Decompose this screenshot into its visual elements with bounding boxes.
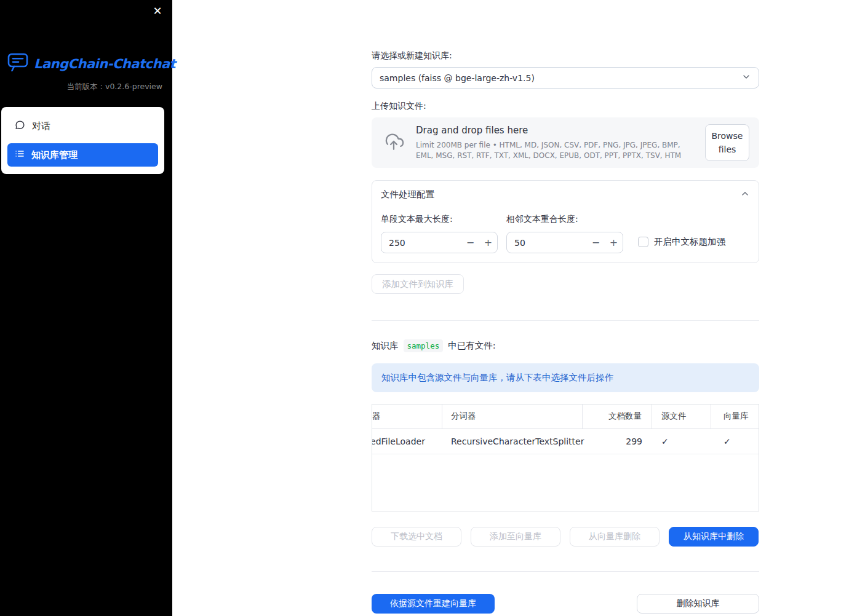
existing-files-heading: 知识库 samples 中已有文件:: [372, 339, 759, 352]
checkbox-icon[interactable]: [638, 237, 648, 247]
overlap-size-decrement-button[interactable]: −: [587, 232, 605, 253]
cloud-upload-icon: [381, 131, 406, 154]
column-header-loader[interactable]: 文档加载器: [372, 405, 442, 428]
add-to-vector-store-button[interactable]: 添加至向量库: [471, 527, 560, 547]
cell-splitter: RecursiveCharacterTextSplitter: [442, 429, 583, 454]
kb-actions-row: 依据源文件重建向量库 删除知识库: [372, 594, 759, 614]
chevron-up-icon: [740, 189, 750, 200]
file-actions-row: 下载选中文档 添加至向量库 从向量库删除 从知识库中删除: [372, 527, 759, 547]
check-icon: ✓: [723, 436, 731, 446]
rebuild-vector-store-button[interactable]: 依据源文件重建向量库: [372, 594, 495, 614]
overlap-size-input[interactable]: 50 − +: [506, 232, 623, 253]
sidebar-item-dialogue[interactable]: 对话: [7, 114, 158, 138]
files-table-header: 文档加载器 分词器 文档数量 源文件 向量库: [372, 405, 759, 429]
column-header-source-file[interactable]: 源文件: [652, 405, 711, 428]
expander-body: 单段文本最大长度: 250 − + 相邻文本重合长度: 50 − +: [372, 204, 759, 263]
overlap-size-label: 相邻文本重合长度:: [506, 214, 623, 225]
content-column: 请选择或新建知识库: samples (faiss @ bge-large-zh…: [372, 0, 759, 614]
add-files-to-kb-button[interactable]: 添加文件到知识库: [372, 274, 464, 294]
files-line-prefix: 知识库: [372, 340, 399, 352]
delete-from-vector-store-button[interactable]: 从向量库删除: [570, 527, 660, 547]
table-row[interactable]: UnstructuredFileLoader RecursiveCharacte…: [372, 429, 759, 454]
sidebar-item-knowledge-base[interactable]: 知识库管理: [7, 143, 158, 167]
info-alert: 知识库中包含源文件与向量库，请从下表中选择文件后操作: [372, 363, 759, 392]
overlap-size-increment-button[interactable]: +: [605, 232, 623, 253]
browse-files-button[interactable]: Browse files: [705, 124, 749, 162]
chunk-size-label: 单段文本最大长度:: [381, 214, 498, 225]
dropzone-hint: Limit 200MB per file • HTML, MD, JSON, C…: [416, 140, 695, 160]
chat-bubble-icon: [15, 120, 25, 133]
chunk-size-group: 单段文本最大长度: 250 − +: [381, 214, 498, 253]
expander-title: 文件处理配置: [381, 189, 434, 200]
logo-text: LangChain-Chatchat: [34, 57, 175, 71]
expander-header[interactable]: 文件处理配置: [372, 181, 759, 204]
chunk-size-increment-button[interactable]: +: [479, 232, 497, 253]
kb-name-code: samples: [404, 339, 444, 352]
table-empty-area: [372, 454, 759, 511]
file-dropzone[interactable]: Drag and drop files here Limit 200MB per…: [372, 117, 759, 168]
overlap-size-value[interactable]: 50: [507, 238, 587, 248]
close-sidebar-button[interactable]: ✕: [150, 4, 165, 18]
delete-kb-button[interactable]: 删除知识库: [637, 594, 759, 614]
cell-source-file: ✓: [652, 429, 711, 454]
sidebar-item-label: 对话: [32, 120, 50, 132]
main-area: 请选择或新建知识库: samples (faiss @ bge-large-zh…: [172, 0, 849, 616]
chevron-down-icon: [741, 72, 751, 84]
divider: [372, 571, 759, 572]
list-icon: [15, 149, 25, 161]
zh-title-enhance-checkbox[interactable]: 开启中文标题加强: [638, 236, 725, 248]
download-selected-button[interactable]: 下载选中文档: [372, 527, 461, 547]
upload-label: 上传知识文件:: [372, 101, 759, 112]
dropzone-title: Drag and drop files here: [416, 125, 695, 136]
kb-select-label: 请选择或新建知识库:: [372, 50, 759, 61]
divider: [372, 320, 759, 321]
zh-title-enhance-label[interactable]: 开启中文标题加强: [654, 236, 725, 248]
delete-from-kb-button[interactable]: 从知识库中删除: [669, 527, 759, 547]
chunk-size-decrement-button[interactable]: −: [461, 232, 479, 253]
cell-vector-store: ✓: [711, 429, 759, 454]
logo-chat-icon: [7, 53, 28, 74]
check-icon: ✓: [661, 436, 669, 446]
sidebar-item-label: 知识库管理: [31, 149, 78, 161]
cell-loader: UnstructuredFileLoader: [372, 429, 442, 454]
cell-doc-count: 299: [583, 429, 652, 454]
sidebar-nav: 对话 知识库管理: [1, 107, 164, 174]
column-header-splitter[interactable]: 分词器: [442, 405, 583, 428]
kb-select[interactable]: samples (faiss @ bge-large-zh-v1.5): [372, 67, 759, 89]
column-header-vector-store[interactable]: 向量库: [711, 405, 759, 428]
file-config-expander: 文件处理配置 单段文本最大长度: 250 − + 相邻文: [372, 180, 759, 263]
version-label: 当前版本：v0.2.6-preview: [0, 74, 172, 92]
overlap-size-group: 相邻文本重合长度: 50 − +: [506, 214, 623, 253]
dropzone-texts: Drag and drop files here Limit 200MB per…: [416, 125, 695, 160]
files-table: 文档加载器 分词器 文档数量 源文件 向量库 UnstructuredFileL…: [372, 404, 759, 511]
app-logo: LangChain-Chatchat: [0, 0, 172, 74]
kb-select-value: samples (faiss @ bge-large-zh-v1.5): [380, 73, 535, 83]
chunk-size-input[interactable]: 250 − +: [381, 232, 498, 253]
files-line-suffix: 中已有文件:: [448, 340, 495, 352]
chunk-size-value[interactable]: 250: [381, 238, 461, 248]
column-header-doc-count[interactable]: 文档数量: [583, 405, 652, 428]
sidebar: ✕ LangChain-Chatchat 当前版本：v0.2.6-preview…: [0, 0, 172, 616]
